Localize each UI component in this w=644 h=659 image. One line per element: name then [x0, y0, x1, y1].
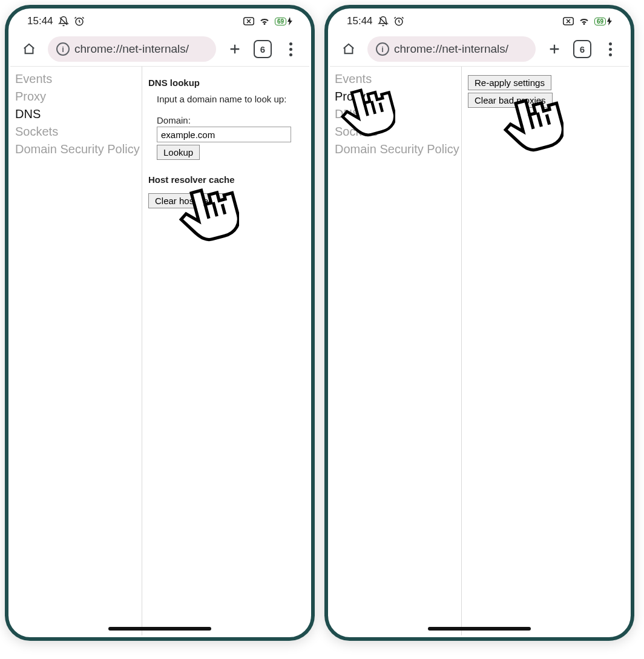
lookup-button[interactable]: Lookup: [157, 145, 200, 160]
status-time: 15:44: [347, 15, 373, 27]
dns-lookup-heading: DNS lookup: [148, 78, 303, 88]
clear-bad-proxies-button[interactable]: Clear bad proxies: [468, 93, 553, 108]
alarm-icon: [393, 16, 404, 27]
new-tab-icon[interactable]: [225, 39, 245, 59]
info-icon: i: [376, 42, 389, 56]
more-menu-icon[interactable]: [280, 39, 301, 59]
tab-count: 6: [580, 44, 585, 55]
sidebar-item-events[interactable]: Events: [335, 70, 461, 88]
home-icon[interactable]: [338, 39, 359, 59]
sidebar-item-domain-security[interactable]: Domain Security Policy: [335, 141, 461, 158]
sidebar-item-domain-security[interactable]: Domain Security Policy: [15, 141, 142, 158]
wifi-icon: [579, 17, 590, 25]
url-bar[interactable]: i chrome://net-internals/: [367, 36, 536, 62]
tab-count: 6: [260, 44, 265, 55]
url-text: chrome://net-internals/: [74, 42, 189, 56]
phone-left: 15:44 69: [5, 5, 315, 641]
statusbar: 15:44 69: [330, 10, 629, 32]
new-tab-icon[interactable]: [544, 39, 565, 59]
dns-hint: Input a domain name to look up:: [157, 94, 303, 104]
phone-right: 15:44 69: [324, 5, 634, 641]
close-badge-icon: [243, 17, 254, 25]
home-indicator: [428, 627, 531, 631]
sidebar-item-proxy[interactable]: Proxy: [335, 88, 461, 105]
tabs-button[interactable]: 6: [573, 40, 591, 58]
battery-icon: 69: [594, 17, 612, 25]
domain-label: Domain:: [157, 115, 303, 125]
reapply-settings-button[interactable]: Re-apply settings: [468, 75, 551, 90]
sidebar-item-sockets[interactable]: Sockets: [15, 123, 142, 141]
sidebar-item-dns[interactable]: DNS: [15, 105, 142, 123]
main-dns: DNS lookup Input a domain name to look u…: [142, 67, 309, 635]
sidebar-item-dns[interactable]: DNS: [335, 105, 461, 123]
main-proxy: Re-apply settings Clear bad proxies: [462, 67, 629, 635]
bell-off-icon: [378, 16, 389, 27]
status-time: 15:44: [27, 15, 53, 27]
home-icon[interactable]: [19, 39, 39, 59]
sidebar-item-sockets[interactable]: Sockets: [335, 123, 461, 141]
more-menu-icon[interactable]: [600, 39, 620, 59]
close-badge-icon: [563, 17, 574, 25]
domain-input[interactable]: [157, 127, 291, 142]
clear-host-cache-button[interactable]: Clear host cache: [148, 193, 230, 208]
sidebar-item-proxy[interactable]: Proxy: [15, 88, 142, 105]
tabs-button[interactable]: 6: [254, 40, 272, 58]
url-bar[interactable]: i chrome://net-internals/: [48, 36, 216, 62]
bell-off-icon: [58, 16, 69, 27]
statusbar: 15:44 69: [10, 10, 309, 32]
chrome-toolbar: i chrome://net-internals/ 6: [10, 32, 309, 66]
alarm-icon: [74, 16, 85, 27]
home-indicator: [108, 627, 211, 631]
sidebar: Events Proxy DNS Sockets Domain Security…: [330, 67, 462, 635]
battery-icon: 69: [275, 17, 292, 25]
sidebar-item-events[interactable]: Events: [15, 70, 142, 88]
chrome-toolbar: i chrome://net-internals/ 6: [330, 32, 629, 66]
wifi-icon: [259, 17, 270, 25]
url-text: chrome://net-internals/: [394, 42, 508, 56]
sidebar: Events Proxy DNS Sockets Domain Security…: [10, 67, 142, 635]
host-cache-heading: Host resolver cache: [148, 174, 303, 185]
info-icon: i: [56, 42, 70, 56]
